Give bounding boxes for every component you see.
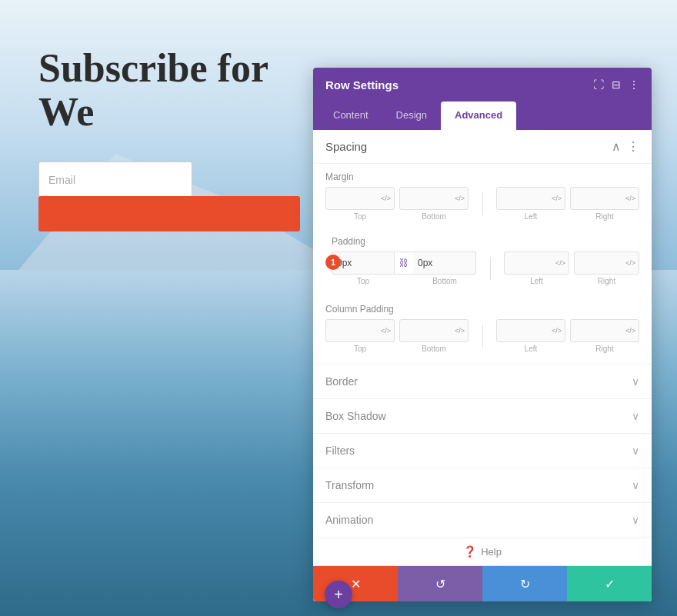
margin-left-label: Left [525,212,538,221]
column-padding-fields: </> Top </> Bottom </ [325,319,639,353]
columns-icon[interactable]: ⊟ [612,78,621,91]
more-icon[interactable]: ⋮ [629,78,639,91]
border-section: Border ∨ [313,364,652,398]
col-padding-right-label: Right [595,345,613,353]
animation-header[interactable]: Animation ∨ [313,503,652,537]
margin-right-field: </> Right [570,187,639,221]
padding-bottom-input[interactable] [413,251,476,275]
padding-bottom-label: Bottom [413,277,476,285]
tab-content[interactable]: Content [319,102,382,130]
padding-row: 1 ⛓ Top Bottom [332,251,639,285]
panel-footer: ✕ ↺ ↻ ✓ [313,565,652,601]
margin-right-label: Right [595,212,613,221]
padding-linked-wrap: ⛓ Top Bottom [332,251,476,285]
redo-button[interactable]: ↻ [482,566,567,601]
transform-header[interactable]: Transform ∨ [313,468,652,502]
margin-label: Margin [325,171,639,182]
section-header-controls: ∧ ⋮ [612,139,639,154]
margin-bottom-icon: </> [455,195,465,202]
undo-button[interactable]: ↺ [398,566,482,601]
col-padding-bottom-icon: </> [455,327,465,335]
panel-body: Spacing ∧ ⋮ Margin </> Top [313,130,652,601]
panel-tabs: Content Design Advanced [313,102,652,130]
padding-link-btn[interactable]: ⛓ [395,251,413,275]
margin-divider [473,187,492,221]
padding-left-field: </> Left [504,251,569,285]
margin-top-label: Top [354,212,366,221]
margin-top-field: </> Top [325,187,395,221]
border-arrow-icon: ∨ [632,375,639,388]
animation-arrow-icon: ∨ [632,514,639,526]
spacing-menu-icon[interactable]: ⋮ [627,139,639,154]
filters-arrow-icon: ∨ [632,445,639,457]
transform-title: Transform [325,479,374,491]
col-padding-left-label: Left [525,345,538,353]
padding-linked-inputs: ⛓ [332,251,476,275]
col-padding-top-icon: </> [381,327,391,335]
padding-right-label: Right [598,277,615,285]
help-text: Help [481,546,502,558]
help-bar: ❓ Help [313,537,652,565]
padding-label: Padding [332,236,639,247]
col-padding-left-field: </> Left [496,319,565,353]
box-shadow-title: Box Shadow [325,410,386,422]
bg-email-input: Email [38,161,192,197]
bg-headline: Subscribe for We [38,46,300,134]
box-shadow-header[interactable]: Box Shadow ∨ [313,399,652,433]
column-padding-label: Column Padding [325,304,639,315]
padding-right-field: </> Right [574,251,639,285]
bg-email-area: Email [38,161,300,197]
col-padding-top-label: Top [354,345,366,353]
margin-left-icon: </> [552,195,562,202]
bg-text-area: Subscribe for We [38,46,300,134]
filters-section: Filters ∨ [313,433,652,468]
row-settings-panel: Row Settings ⛶ ⊟ ⋮ Content Design Advanc… [313,68,652,601]
border-title: Border [325,375,358,388]
col-padding-left-icon: </> [552,327,562,335]
padding-left-label: Left [530,277,543,285]
margin-top-icon: </> [381,195,391,202]
border-header[interactable]: Border ∨ [313,365,652,398]
padding-divider [481,251,499,285]
padding-group: Padding 1 ⛓ Top [313,231,652,296]
step-badge: 1 [325,255,341,270]
column-padding-group: Column Padding </> Top </> Bottom [313,296,652,364]
spacing-title: Spacing [325,140,367,153]
filters-header[interactable]: Filters ∨ [313,434,652,468]
filters-title: Filters [325,445,355,457]
panel-header-icons: ⛶ ⊟ ⋮ [593,78,639,91]
help-icon: ❓ [463,545,476,558]
spacing-section-header: Spacing ∧ ⋮ [313,130,652,164]
padding-top-input[interactable] [332,251,395,275]
fullscreen-icon[interactable]: ⛶ [593,78,604,91]
margin-bottom-label: Bottom [422,212,446,221]
panel-title: Row Settings [325,78,399,92]
panel-header: Row Settings ⛶ ⊟ ⋮ [313,68,652,102]
col-padding-divider [473,319,492,353]
padding-left-icon: </> [555,259,565,267]
col-padding-bottom-field: </> Bottom [399,319,469,353]
col-padding-right-field: </> Right [570,319,639,353]
col-padding-bottom-label: Bottom [422,345,446,353]
tab-advanced[interactable]: Advanced [441,102,516,130]
transform-arrow-icon: ∨ [632,479,639,491]
margin-fields: </> Top </> Bottom </ [325,187,639,221]
margin-right-icon: </> [625,195,635,202]
col-padding-top-field: </> Top [325,319,395,353]
margin-left-field: </> Left [496,187,565,221]
col-padding-right-icon: </> [625,327,635,335]
margin-bottom-field: </> Bottom [399,187,469,221]
bg-subscribe-button [38,196,300,231]
link-icon: ⛓ [399,258,409,268]
save-button[interactable]: ✓ [567,566,652,601]
tab-design[interactable]: Design [382,102,441,130]
transform-section: Transform ∨ [313,468,652,502]
box-shadow-arrow-icon: ∨ [632,410,639,422]
padding-top-bottom-labels: Top Bottom [332,275,476,285]
box-shadow-section: Box Shadow ∨ [313,398,652,433]
add-button[interactable]: + [325,581,352,608]
animation-title: Animation [325,514,373,526]
padding-top-label: Top [332,277,395,285]
margin-group: Margin </> Top </> Bottom [313,164,652,231]
spacing-collapse-icon[interactable]: ∧ [612,139,621,154]
